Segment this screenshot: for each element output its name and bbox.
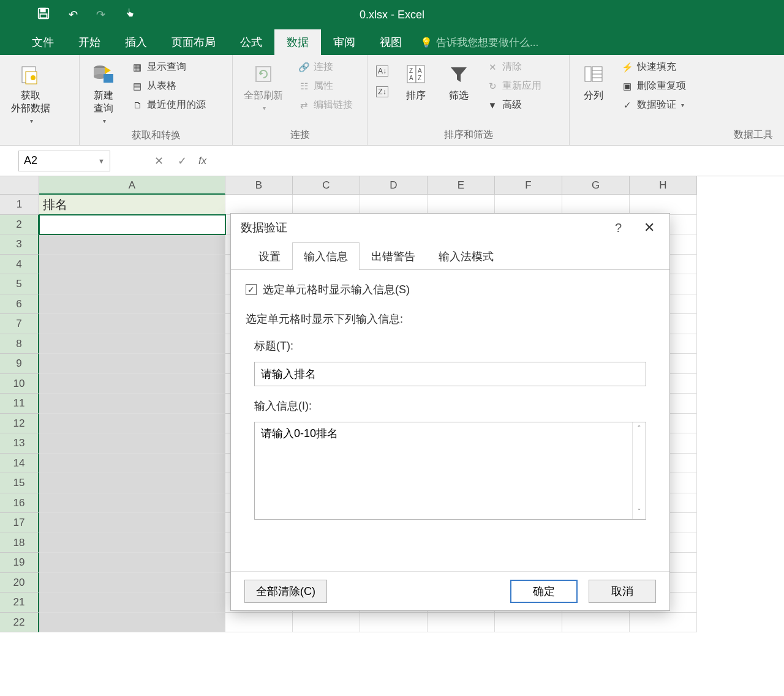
col-head-H[interactable]: H [630,176,697,195]
cell[interactable] [39,473,225,493]
cell[interactable] [39,314,225,334]
col-head-A[interactable]: A [39,176,225,195]
clear-filter-button[interactable]: ✕清除 [483,59,545,75]
col-head-C[interactable]: C [293,176,360,195]
textarea-scrollbar[interactable]: ˆ ˇ [632,422,646,519]
row-head-7[interactable]: 7 [0,314,39,334]
undo-icon[interactable]: ↶ [69,8,78,21]
row-head-5[interactable]: 5 [0,274,39,294]
refresh-all-button[interactable]: 全部刷新 ▾ [238,59,289,114]
cell[interactable] [39,433,225,454]
row-head-12[interactable]: 12 [0,414,39,434]
save-icon[interactable] [37,7,50,23]
cell[interactable] [39,573,225,593]
cell[interactable] [225,613,293,633]
show-input-message-checkbox[interactable]: ✓ [246,284,257,295]
remove-duplicates-button[interactable]: ▣删除重复项 [617,78,690,94]
row-head-14[interactable]: 14 [0,454,39,474]
properties-button[interactable]: ☷属性 [294,78,356,94]
tab-file[interactable]: 文件 [20,29,66,55]
cell[interactable] [39,533,225,553]
cell[interactable] [39,255,225,275]
recent-sources-button[interactable]: 🗋最近使用的源 [127,97,209,113]
row-head-15[interactable]: 15 [0,473,39,493]
row-head-8[interactable]: 8 [0,334,39,354]
title-input[interactable] [254,362,646,386]
tab-settings[interactable]: 设置 [247,242,292,270]
cell[interactable] [630,613,697,633]
cancel-button[interactable]: 取消 [589,580,656,603]
name-box[interactable]: A2 ▼ [18,151,110,171]
clear-all-button[interactable]: 全部清除(C) [244,580,327,603]
new-query-button[interactable]: 新建 查询 ▾ [85,59,123,127]
flash-fill-button[interactable]: ⚡快速填充 [617,59,690,75]
help-icon[interactable]: ? [615,221,622,235]
select-all-corner[interactable] [0,176,39,195]
cell[interactable] [39,334,225,354]
cell[interactable] [293,195,360,215]
cancel-formula-icon[interactable]: ✕ [147,154,170,168]
cell[interactable] [293,613,360,633]
col-head-G[interactable]: G [562,176,630,195]
data-validation-button[interactable]: ✓数据验证▾ [617,97,690,113]
tab-formulas[interactable]: 公式 [228,29,274,55]
cell[interactable] [39,394,225,414]
cell[interactable] [39,593,225,613]
row-head-19[interactable]: 19 [0,553,39,573]
row-head-21[interactable]: 21 [0,593,39,613]
cell[interactable] [562,195,630,215]
cell[interactable] [428,613,495,633]
row-head-6[interactable]: 6 [0,294,39,315]
cell[interactable] [360,195,428,215]
tab-layout[interactable]: 页面布局 [159,29,228,55]
cell[interactable] [39,553,225,573]
advanced-filter-button[interactable]: ▼高级 [483,97,545,113]
row-head-11[interactable]: 11 [0,394,39,414]
tab-insert[interactable]: 插入 [113,29,159,55]
sort-button[interactable]: ZAAZ 排序 [397,59,435,105]
cell[interactable] [39,215,225,235]
dialog-titlebar[interactable]: 数据验证 ? ✕ [231,214,669,242]
tab-input-message[interactable]: 输入信息 [292,242,360,270]
filter-button[interactable]: 筛选 [440,59,478,105]
cell[interactable] [39,613,225,633]
sort-asc-button[interactable]: A↓ [372,64,392,78]
text-to-columns-button[interactable]: 分列 [575,59,612,105]
cell[interactable] [39,274,225,294]
row-head-13[interactable]: 13 [0,433,39,454]
cell[interactable] [39,493,225,514]
row-head-4[interactable]: 4 [0,255,39,275]
cell[interactable] [39,414,225,434]
row-head-20[interactable]: 20 [0,573,39,593]
row-head-2[interactable]: 2 [0,215,39,235]
tab-home[interactable]: 开始 [66,29,113,55]
formula-input[interactable] [211,151,778,171]
connections-button[interactable]: 🔗连接 [294,59,356,75]
cell[interactable] [39,354,225,374]
sort-desc-button[interactable]: Z↓ [372,84,392,99]
show-queries-button[interactable]: ▦显示查询 [127,59,209,75]
message-textarea[interactable] [255,422,632,519]
cell[interactable]: 排名 [39,195,225,215]
scroll-up-icon[interactable]: ˆ [638,425,641,433]
from-table-button[interactable]: ▤从表格 [127,78,209,94]
cell[interactable] [39,513,225,533]
tab-review[interactable]: 审阅 [321,29,368,55]
cell[interactable] [428,195,495,215]
cell[interactable] [630,195,697,215]
col-head-D[interactable]: D [360,176,428,195]
dropdown-icon[interactable]: ▼ [98,157,105,165]
ok-button[interactable]: 确定 [510,580,578,603]
col-head-E[interactable]: E [428,176,495,195]
row-head-10[interactable]: 10 [0,374,39,394]
reapply-button[interactable]: ↻重新应用 [483,78,545,94]
scroll-down-icon[interactable]: ˇ [638,508,641,517]
col-head-F[interactable]: F [495,176,562,195]
close-icon[interactable]: ✕ [639,217,660,238]
cell[interactable] [225,195,293,215]
col-head-B[interactable]: B [225,176,293,195]
row-head-17[interactable]: 17 [0,513,39,533]
redo-icon[interactable]: ↷ [96,8,105,21]
cell[interactable] [562,613,630,633]
row-head-9[interactable]: 9 [0,354,39,374]
